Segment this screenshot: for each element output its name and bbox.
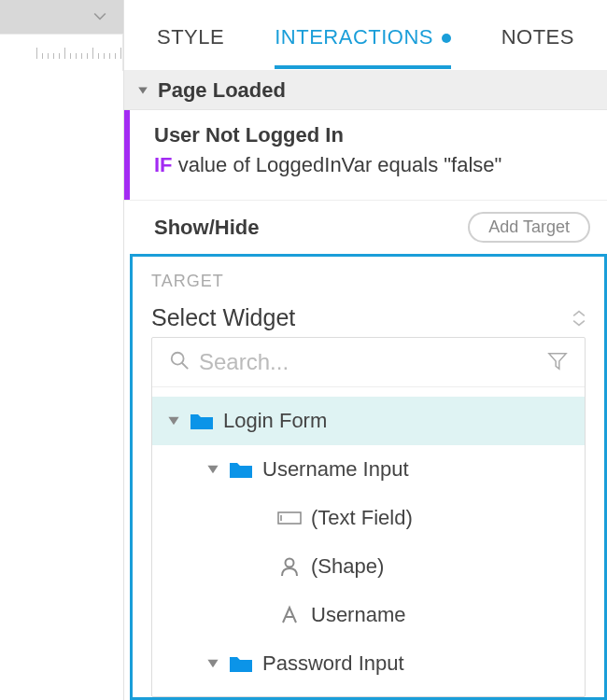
canvas-left-strip bbox=[0, 0, 123, 700]
case-block[interactable]: User Not Logged In IF value of LoggedInV… bbox=[124, 110, 607, 200]
action-block[interactable]: Show/Hide Add Target bbox=[124, 200, 607, 254]
folder-icon bbox=[229, 459, 253, 480]
add-target-button[interactable]: Add Target bbox=[468, 212, 590, 243]
shape-icon bbox=[277, 556, 302, 577]
search-input[interactable] bbox=[199, 349, 538, 375]
event-name: Page Loaded bbox=[158, 78, 286, 103]
chevron-down-icon bbox=[93, 12, 106, 21]
tab-interactions-label: INTERACTIONS bbox=[275, 25, 433, 49]
case-name: User Not Logged In bbox=[154, 123, 590, 147]
case-condition: IF value of LoggedInVar equals "false" bbox=[154, 153, 590, 177]
target-section-label: TARGET bbox=[151, 272, 586, 291]
tree-item[interactable]: Login Form bbox=[152, 397, 585, 445]
widget-tree: Login FormUsername Input(Text Field)(Sha… bbox=[152, 397, 585, 688]
triangle-down-icon[interactable] bbox=[206, 463, 219, 476]
triangle-down-icon[interactable] bbox=[167, 414, 180, 427]
search-icon bbox=[169, 350, 190, 374]
tree-item-label: Username bbox=[311, 603, 405, 627]
inspector-panel: STYLE INTERACTIONS NOTES Page Loaded Use… bbox=[123, 0, 607, 700]
text-icon bbox=[277, 605, 302, 625]
folder-icon bbox=[190, 411, 214, 431]
if-keyword: IF bbox=[154, 153, 173, 176]
action-name: Show/Hide bbox=[154, 216, 259, 240]
tree-item-label: Login Form bbox=[223, 409, 327, 433]
svg-point-4 bbox=[286, 559, 294, 567]
search-row bbox=[152, 338, 585, 387]
select-widget-label: Select Widget bbox=[151, 304, 295, 331]
stepper-icon[interactable] bbox=[572, 310, 586, 327]
event-header[interactable]: Page Loaded bbox=[124, 71, 607, 110]
tree-item[interactable]: (Text Field) bbox=[152, 494, 585, 542]
triangle-down-icon[interactable] bbox=[206, 657, 219, 670]
filter-icon[interactable] bbox=[547, 350, 568, 374]
tree-item[interactable]: Username bbox=[152, 591, 585, 639]
unsaved-dot-icon bbox=[442, 34, 451, 43]
target-panel: TARGET Select Widget Log bbox=[130, 254, 607, 700]
widget-dropdown: Login FormUsername Input(Text Field)(Sha… bbox=[151, 337, 586, 697]
svg-point-0 bbox=[172, 353, 184, 365]
textfield-icon bbox=[277, 508, 302, 528]
tab-interactions[interactable]: INTERACTIONS bbox=[269, 3, 456, 68]
tree-item[interactable]: Password Input bbox=[152, 639, 585, 688]
tree-item-label: Password Input bbox=[262, 651, 404, 676]
inspector-tabbar: STYLE INTERACTIONS NOTES bbox=[124, 0, 607, 71]
tree-item[interactable]: (Shape) bbox=[152, 542, 585, 591]
select-widget-row[interactable]: Select Widget bbox=[151, 304, 586, 331]
tree-item[interactable]: Username Input bbox=[152, 445, 585, 494]
condition-text: value of LoggedInVar equals "false" bbox=[178, 153, 502, 176]
tab-style[interactable]: STYLE bbox=[151, 3, 230, 68]
tree-item-label: Username Input bbox=[262, 457, 409, 482]
folder-icon bbox=[229, 653, 253, 674]
panel-collapse-handle[interactable] bbox=[0, 0, 123, 34]
svg-line-1 bbox=[182, 363, 188, 369]
tree-item-label: (Shape) bbox=[311, 554, 384, 579]
horizontal-ruler bbox=[0, 34, 123, 71]
tab-notes[interactable]: NOTES bbox=[496, 3, 580, 68]
triangle-down-icon bbox=[137, 85, 148, 96]
tree-item-label: (Text Field) bbox=[311, 506, 413, 530]
